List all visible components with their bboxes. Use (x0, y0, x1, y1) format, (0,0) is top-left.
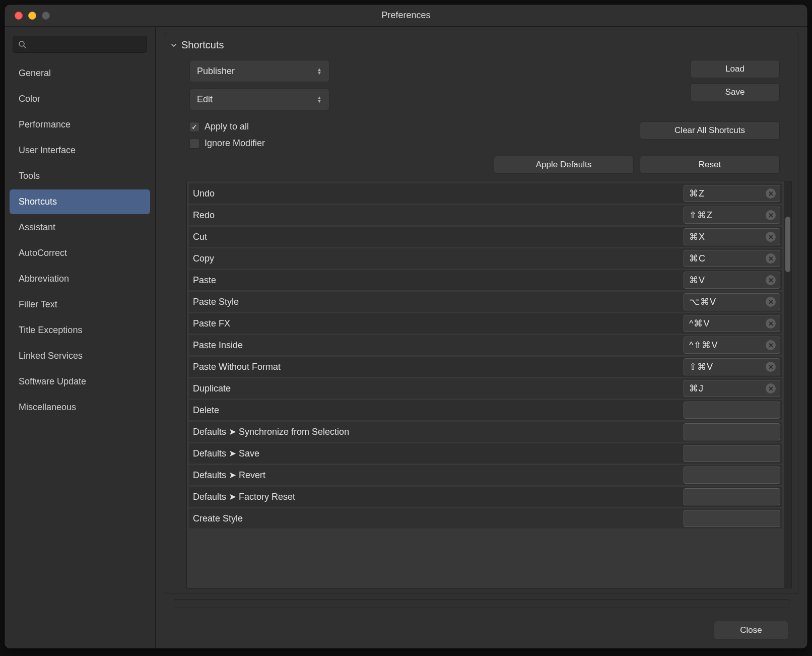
main-panel: Shortcuts Publisher ▲▼ Edit ▲▼ (156, 27, 807, 648)
apply-to-all-checkbox[interactable]: Apply to all (189, 121, 265, 132)
shortcut-label: Paste Style (189, 297, 684, 307)
search-wrap (5, 32, 155, 59)
close-button[interactable]: Close (714, 621, 788, 640)
clear-shortcut-icon[interactable]: ✕ (766, 383, 776, 393)
sidebar-item-miscellaneous[interactable]: Miscellaneous (10, 395, 150, 420)
sidebar-item-filler-text[interactable]: Filler Text (10, 292, 150, 317)
shortcut-key: ⌘Z (689, 188, 766, 199)
search-field[interactable] (13, 36, 147, 53)
shortcut-label: Defaults ➤ Save (189, 448, 684, 459)
clear-shortcut-icon[interactable]: ✕ (766, 210, 776, 220)
table-row[interactable]: Copy⌘C✕ (189, 248, 782, 269)
clear-shortcut-icon[interactable]: ✕ (766, 275, 776, 285)
window-zoom-button[interactable] (42, 12, 50, 20)
shortcut-label: Cut (189, 232, 684, 242)
sidebar-item-color[interactable]: Color (10, 87, 150, 111)
shortcut-input[interactable] (684, 510, 780, 527)
table-row[interactable]: Redo⇧⌘Z✕ (189, 205, 782, 225)
table-row[interactable]: Paste Without Format⇧⌘V✕ (189, 357, 782, 377)
window-minimize-button[interactable] (28, 12, 36, 20)
table-scrollbar[interactable] (784, 181, 791, 588)
shortcut-input[interactable]: ⌘Z✕ (684, 185, 780, 202)
sidebar-item-user-interface[interactable]: User Interface (10, 138, 150, 163)
sidebar-item-autocorrect[interactable]: AutoCorrect (10, 241, 150, 266)
shortcut-input[interactable] (684, 445, 780, 462)
shortcut-label: Redo (189, 210, 684, 221)
clear-shortcut-icon[interactable]: ✕ (766, 297, 776, 307)
apple-defaults-button[interactable]: Apple Defaults (494, 156, 634, 174)
window-title: Preferences (5, 10, 807, 21)
clear-shortcut-icon[interactable]: ✕ (766, 318, 776, 329)
top-controls: Publisher ▲▼ Edit ▲▼ Load Save (165, 60, 798, 110)
shortcut-input[interactable]: ⌘C✕ (684, 250, 780, 267)
table-row[interactable]: Paste FX^⌘V✕ (189, 313, 782, 334)
table-row[interactable]: Create Style (189, 508, 782, 529)
sidebar-item-tools[interactable]: Tools (10, 164, 150, 188)
search-icon (18, 40, 26, 48)
clear-shortcut-icon[interactable]: ✕ (766, 232, 776, 242)
sidebar-item-linked-services[interactable]: Linked Services (10, 344, 150, 368)
shortcut-input[interactable]: ⇧⌘Z✕ (684, 207, 780, 224)
clear-all-shortcuts-button[interactable]: Clear All Shortcuts (640, 121, 780, 140)
table-row[interactable]: Defaults ➤ Save (189, 443, 782, 464)
sidebar-item-shortcuts[interactable]: Shortcuts (10, 189, 150, 214)
checkbox-label: Apply to all (205, 121, 249, 132)
footer: Close (156, 612, 807, 648)
table-row[interactable]: Paste Style⌥⌘V✕ (189, 292, 782, 312)
sidebar-item-general[interactable]: General (10, 61, 150, 86)
shortcut-input[interactable]: ⌘X✕ (684, 228, 780, 245)
table-row[interactable]: Duplicate⌘J✕ (189, 378, 782, 399)
ignore-modifier-checkbox[interactable]: Ignore Modifier (189, 138, 265, 149)
sidebar-item-title-exceptions[interactable]: Title Exceptions (10, 318, 150, 343)
load-save-stack: Load Save (690, 60, 780, 101)
traffic-lights (5, 12, 50, 20)
shortcut-input[interactable]: ^⇧⌘V✕ (684, 337, 780, 354)
window-close-button[interactable] (15, 12, 23, 20)
shortcut-input[interactable] (684, 467, 780, 484)
shortcut-label: Create Style (189, 513, 684, 524)
clear-shortcut-icon[interactable]: ✕ (766, 188, 776, 199)
table-row[interactable]: Defaults ➤ Revert (189, 465, 782, 485)
stepper-icon: ▲▼ (317, 96, 322, 103)
table-row[interactable]: Defaults ➤ Synchronize from Selection (189, 422, 782, 442)
shortcut-input[interactable]: ^⌘V✕ (684, 315, 780, 332)
table-row[interactable]: Undo⌘Z✕ (189, 183, 782, 204)
app-select[interactable]: Publisher ▲▼ (189, 60, 329, 82)
section-header[interactable]: Shortcuts (165, 33, 798, 60)
shortcut-input[interactable] (684, 488, 780, 505)
select-stack: Publisher ▲▼ Edit ▲▼ (189, 60, 329, 110)
table-row[interactable]: Paste Inside^⇧⌘V✕ (189, 335, 782, 355)
svg-line-1 (24, 46, 26, 48)
clear-shortcut-icon[interactable]: ✕ (766, 340, 776, 350)
search-input[interactable] (30, 40, 142, 49)
table-row[interactable]: Paste⌘V✕ (189, 270, 782, 290)
shortcut-label: Copy (189, 253, 684, 264)
menu-select-value: Edit (197, 94, 213, 105)
sidebar-item-software-update[interactable]: Software Update (10, 369, 150, 394)
shortcuts-table: Undo⌘Z✕Redo⇧⌘Z✕Cut⌘X✕Copy⌘C✕Paste⌘V✕Past… (186, 181, 792, 588)
shortcut-input[interactable] (684, 423, 780, 440)
save-button[interactable]: Save (690, 83, 780, 101)
shortcut-key: ⌘X (689, 231, 766, 242)
table-row[interactable]: Defaults ➤ Factory Reset (189, 487, 782, 507)
clear-shortcut-icon[interactable]: ✕ (766, 253, 776, 264)
reset-button[interactable]: Reset (640, 156, 780, 174)
clear-shortcut-icon[interactable]: ✕ (766, 362, 776, 372)
shortcut-key: ^⇧⌘V (689, 340, 766, 351)
load-button[interactable]: Load (690, 60, 780, 78)
scrollbar-thumb[interactable] (785, 217, 790, 272)
table-row[interactable]: Cut⌘X✕ (189, 227, 782, 247)
main-scroll: Shortcuts Publisher ▲▼ Edit ▲▼ (156, 27, 807, 612)
shortcut-input[interactable]: ⌥⌘V✕ (684, 293, 780, 310)
shortcut-input[interactable]: ⌘V✕ (684, 272, 780, 289)
shortcut-input[interactable] (684, 402, 780, 419)
sidebar-item-assistant[interactable]: Assistant (10, 215, 150, 240)
menu-select[interactable]: Edit ▲▼ (189, 88, 329, 110)
content-frame: Shortcuts Publisher ▲▼ Edit ▲▼ (165, 33, 798, 594)
sidebar-item-performance[interactable]: Performance (10, 112, 150, 137)
shortcut-input[interactable]: ⌘J✕ (684, 380, 780, 397)
shortcut-input[interactable]: ⇧⌘V✕ (684, 358, 780, 375)
shortcuts-table-body[interactable]: Undo⌘Z✕Redo⇧⌘Z✕Cut⌘X✕Copy⌘C✕Paste⌘V✕Past… (187, 181, 784, 588)
sidebar-item-abbreviation[interactable]: Abbreviation (10, 267, 150, 291)
table-row[interactable]: Delete (189, 400, 782, 420)
